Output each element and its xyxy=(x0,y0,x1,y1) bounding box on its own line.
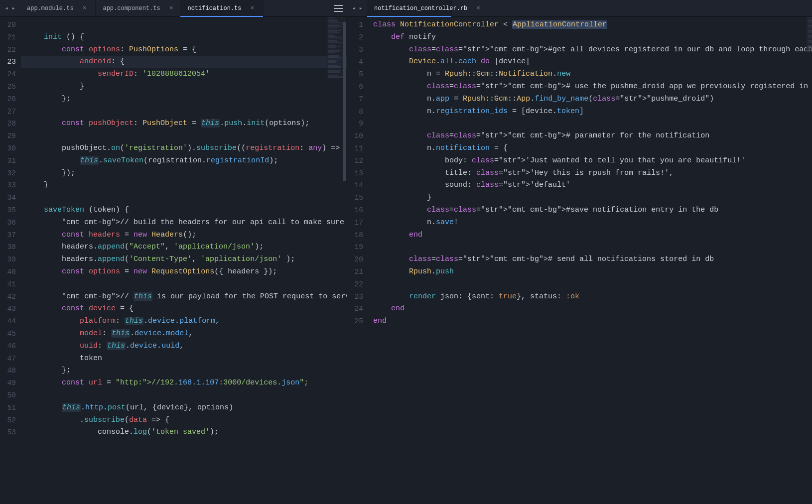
line-gutter-right: 1234567891011121314151617181920212223242… xyxy=(347,17,368,504)
code-editor-left[interactable]: 2021222324252627282930313233343536373839… xyxy=(0,17,347,504)
close-icon[interactable]: × xyxy=(169,4,173,12)
minimap-right[interactable] xyxy=(806,17,812,52)
pane-menu-icon[interactable] xyxy=(809,0,812,16)
code-area-left[interactable]: init () { const options: PushOptions = {… xyxy=(21,17,347,504)
close-icon[interactable]: × xyxy=(476,4,480,12)
tab-label: notification_controller.rb xyxy=(374,5,467,12)
tab-next-icon[interactable]: ▸ xyxy=(357,5,364,12)
tab-next-icon[interactable]: ▸ xyxy=(10,5,17,12)
tabs-left: app.module.ts × app.component.ts × notif… xyxy=(20,0,330,16)
editor-pane-left: ◂ ▸ app.module.ts × app.component.ts × n… xyxy=(0,0,347,504)
line-gutter-left: 2021222324252627282930313233343536373839… xyxy=(0,17,21,504)
tab-prev-icon[interactable]: ◂ xyxy=(350,5,357,12)
tab-app-component[interactable]: app.component.ts × xyxy=(96,0,180,16)
tab-label: app.module.ts xyxy=(27,5,74,12)
code-editor-right[interactable]: 1234567891011121314151617181920212223242… xyxy=(347,17,812,504)
scrollbar-left[interactable] xyxy=(342,17,347,504)
editor-split: ◂ ▸ app.module.ts × app.component.ts × n… xyxy=(0,0,812,504)
tab-nav-right: ◂ ▸ xyxy=(347,0,367,16)
tab-prev-icon[interactable]: ◂ xyxy=(3,5,10,12)
tab-app-module[interactable]: app.module.ts × xyxy=(20,0,96,16)
tab-bar-left: ◂ ▸ app.module.ts × app.component.ts × n… xyxy=(0,0,347,17)
pane-menu-icon[interactable] xyxy=(330,0,347,16)
tabs-right: notification_controller.rb × xyxy=(367,0,809,16)
tab-notification-controller[interactable]: notification_controller.rb × xyxy=(367,0,452,16)
editor-pane-right: ◂ ▸ notification_controller.rb × 1234567… xyxy=(347,0,812,504)
tab-label: notification.ts xyxy=(187,5,241,12)
close-icon[interactable]: × xyxy=(83,4,87,12)
close-icon[interactable]: × xyxy=(250,4,254,12)
tab-bar-right: ◂ ▸ notification_controller.rb × xyxy=(347,0,812,17)
tab-notification-ts[interactable]: notification.ts × xyxy=(180,0,264,16)
code-area-right[interactable]: class NotificationController < Applicati… xyxy=(368,17,812,504)
tab-label: app.component.ts xyxy=(103,5,160,12)
tab-nav-left: ◂ ▸ xyxy=(0,0,20,16)
scrollbar-thumb[interactable] xyxy=(343,22,346,181)
